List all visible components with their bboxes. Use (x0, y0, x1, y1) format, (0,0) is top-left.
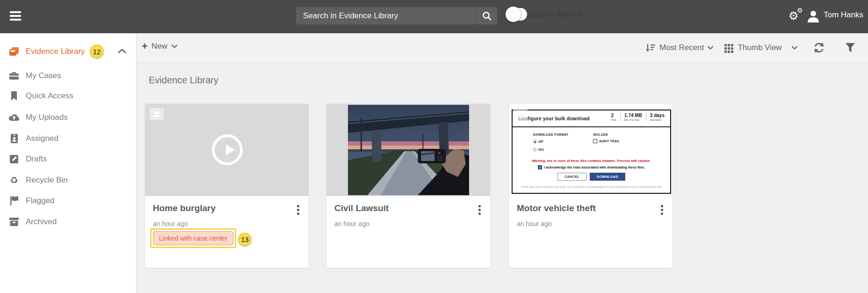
content-area: Evidence Library Home burglary an hour a… (137, 64, 868, 293)
evidence-library-app: Elastic Search ⚙⚙ Tom Hanks Evidence Lib… (0, 0, 868, 293)
chevron-down-icon (791, 45, 798, 50)
iso-radio: ISO (533, 148, 544, 151)
sort-label: Most Recent (659, 43, 704, 52)
flag-icon (8, 195, 20, 206)
download-button-image: DOWNLOAD (590, 173, 625, 181)
page-title: Evidence Library (149, 75, 218, 86)
dialog-footer-text: These files will be bundled into a file.… (513, 185, 670, 188)
new-button[interactable]: + New (142, 42, 178, 51)
hamburger-menu-icon[interactable] (10, 11, 21, 22)
include-label: INCLUDE (593, 133, 608, 136)
kebab-menu-icon[interactable] (476, 205, 483, 217)
checkmark-icon: ✓ (538, 165, 542, 169)
card-title: Civil Lawsuit (334, 203, 389, 213)
action-toolbar: + New Most Recent (137, 33, 868, 63)
recycle-icon: ♻ (8, 175, 20, 186)
download-format-label: DOWNLOAD FORMAT (533, 133, 569, 136)
sidebar-item-label: Evidence Library (26, 47, 85, 56)
sidebar-item-assigned[interactable]: Assigned (0, 132, 137, 146)
annotation-badge-13: 13 (238, 233, 252, 246)
screenshot-thumbnail: Configure your bulk download 2Files 1.74… (509, 104, 673, 196)
sidebar-item-flagged[interactable]: Flagged (0, 194, 137, 208)
bulk-download-dialog-image: Configure your bulk download 2Files 1.74… (512, 110, 671, 194)
card-title: Motor vehicle theft (517, 203, 596, 213)
top-bar: Elastic Search ⚙⚙ Tom Hanks (0, 0, 868, 33)
sort-icon (645, 43, 656, 53)
card-title: Home burglary (153, 203, 216, 213)
filter-icon[interactable] (845, 43, 855, 53)
search-input[interactable] (296, 7, 476, 24)
elastic-search-label: Elastic Search (528, 10, 583, 19)
annotation-badge-12: 12 (90, 44, 104, 59)
services-gear-icon[interactable]: ⚙⚙ (788, 7, 804, 24)
search-button[interactable] (476, 7, 497, 24)
sidebar-item-my-cases[interactable]: My Cases (0, 69, 137, 83)
annotation-highlight-box: Linked with case center (150, 228, 236, 248)
sidebar-item-my-uploads[interactable]: My Uploads (0, 111, 137, 125)
zip-radio: ZIP (533, 140, 543, 143)
dialog-title: Configure your bulk download (518, 116, 590, 121)
play-icon (212, 134, 243, 165)
acknowledge-checkbox: ✓ I acknowledge the risks associated wit… (513, 165, 670, 169)
grid-view-icon (724, 43, 734, 53)
search-icon (482, 11, 492, 21)
photo-thumbnail (326, 104, 490, 196)
chevron-down-icon (171, 44, 178, 49)
view-dropdown[interactable]: Thumb View (724, 43, 797, 53)
briefcase-icon (514, 108, 528, 120)
user-avatar-icon[interactable] (806, 9, 820, 25)
evidence-card-home-burglary[interactable]: Home burglary an hour ago Linked with ca… (145, 103, 309, 268)
archive-icon (8, 216, 20, 227)
malware-warning-text: Warning: one or more of these files cont… (513, 159, 670, 162)
evidence-card-motor-vehicle-theft[interactable]: Configure your bulk download 2Files 1.74… (508, 103, 673, 268)
card-timestamp: an hour ago (517, 220, 552, 227)
id-badge-icon (8, 133, 20, 144)
briefcase-icon (8, 70, 20, 81)
briefcase-icon (150, 108, 164, 120)
cancel-button-image: CANCEL (557, 173, 586, 181)
plus-icon: + (142, 42, 148, 51)
search-bar (296, 7, 497, 24)
bookmark-icon (8, 90, 20, 102)
dusk-road-photo (348, 105, 469, 195)
sidebar: Evidence Library 12 My Cases Quick Acces… (0, 33, 137, 293)
kebab-menu-icon[interactable] (295, 205, 301, 217)
elastic-search-toggle[interactable] (506, 8, 527, 21)
card-timestamp: an hour ago (153, 220, 188, 227)
sidebar-item-recycle-bin[interactable]: ♻ Recycle Bin (0, 174, 137, 188)
cloud-upload-icon (8, 112, 20, 123)
sidebar-item-archived[interactable]: Archived (0, 215, 137, 229)
chevron-down-icon (707, 45, 714, 50)
view-label: Thumb View (738, 43, 781, 52)
chevron-up-icon[interactable] (117, 47, 127, 55)
linked-with-case-center-badge: Linked with case center (153, 231, 233, 245)
card-timestamp: an hour ago (334, 220, 369, 227)
sidebar-item-evidence-library[interactable]: Evidence Library 12 (0, 44, 137, 59)
sort-dropdown[interactable]: Most Recent (645, 43, 714, 53)
evidence-card-civil-lawsuit[interactable]: Civil Lawsuit an hour ago (326, 103, 491, 268)
evidence-library-icon (8, 46, 20, 58)
sidebar-item-drafts[interactable]: Drafts (0, 153, 137, 167)
sidebar-item-quick-access[interactable]: Quick Access (0, 89, 137, 103)
refresh-icon[interactable] (813, 42, 825, 54)
edit-icon (8, 154, 20, 165)
kebab-menu-icon[interactable] (658, 205, 665, 217)
audit-trail-checkbox: AUDIT TRAIL (593, 139, 620, 143)
toggle-knob-icon (506, 7, 521, 22)
user-name[interactable]: Tom Hanks (824, 10, 863, 20)
video-thumbnail (145, 104, 309, 196)
